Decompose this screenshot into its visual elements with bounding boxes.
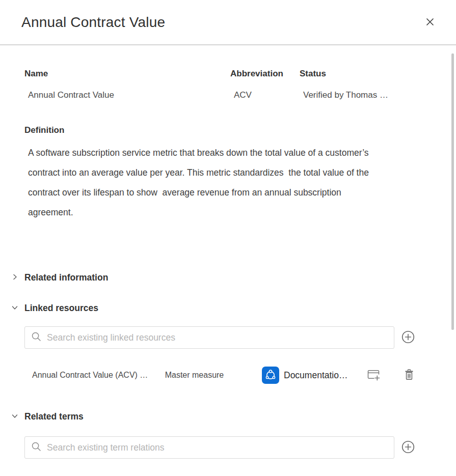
definition-line: contract into an average value per year.… — [28, 163, 415, 183]
definition-text: A software subscription service metric t… — [24, 143, 415, 222]
field-abbreviation: Abbreviation ACV — [230, 69, 300, 100]
field-status-label: Status — [300, 69, 415, 79]
linked-resources-search-box — [24, 326, 394, 349]
add-term-relation-button[interactable] — [401, 440, 415, 455]
chevron-down-icon — [11, 412, 18, 419]
search-icon — [31, 331, 42, 344]
vertical-scrollbar-thumb[interactable] — [451, 53, 454, 330]
linked-resources-search-row — [24, 326, 415, 349]
modal-header: Annual Contract Value — [0, 0, 456, 45]
modal-body: Name Annual Contract Value Abbreviation … — [0, 69, 440, 459]
delete-resource-button[interactable] — [403, 369, 415, 382]
section-linked-resources-label: Linked resources — [24, 303, 98, 314]
definition-label: Definition — [24, 125, 415, 136]
definition-line: A software subscription service metric t… — [28, 143, 415, 163]
open-in-new-window-button[interactable] — [366, 368, 381, 382]
section-linked-resources-toggle[interactable]: Linked resources — [11, 302, 415, 314]
linked-resource-row: Annual Contract Value (ACV) … Master mea… — [24, 364, 415, 386]
related-terms-search-row — [24, 436, 415, 459]
plus-circle-icon — [401, 440, 415, 456]
field-status-value: Verified by Thomas … — [300, 90, 415, 100]
related-terms-search-box — [24, 436, 394, 459]
window-plus-icon — [366, 368, 381, 383]
close-icon — [424, 16, 436, 29]
term-detail-modal: Annual Contract Value Name Annual Contra… — [0, 0, 456, 476]
definition-line: agreement. — [28, 203, 415, 222]
definition-line: contract over its lifespan to show avera… — [28, 183, 415, 203]
plus-circle-icon — [401, 330, 415, 346]
resource-type: Master measure — [165, 371, 232, 380]
section-related-information-label: Related information — [24, 272, 108, 283]
app-badge-icon — [262, 367, 279, 384]
add-linked-resource-button[interactable] — [401, 330, 415, 345]
trash-icon — [403, 368, 415, 383]
resource-name: Annual Contract Value (ACV) … — [24, 371, 165, 380]
section-related-terms-toggle[interactable]: Related terms — [11, 410, 415, 423]
definition-section: Definition A software subscription servi… — [24, 125, 415, 222]
term-fields: Name Annual Contract Value Abbreviation … — [24, 69, 415, 100]
linked-resources-search-input[interactable] — [47, 327, 388, 348]
field-name: Name Annual Contract Value — [24, 69, 230, 100]
search-icon — [31, 441, 42, 454]
field-status: Status Verified by Thomas … — [300, 69, 415, 100]
chevron-right-icon — [11, 273, 18, 281]
field-abbreviation-label: Abbreviation — [230, 69, 300, 79]
chevron-down-icon — [11, 304, 18, 311]
page-title: Annual Contract Value — [21, 14, 421, 31]
field-name-label: Name — [24, 69, 230, 79]
field-abbreviation-value: ACV — [230, 90, 300, 100]
field-name-value: Annual Contract Value — [24, 90, 230, 100]
resource-app-link[interactable]: Documentatio… — [262, 367, 359, 384]
close-button[interactable] — [421, 14, 439, 32]
section-related-information-toggle[interactable]: Related information — [11, 271, 415, 284]
section-related-terms-label: Related terms — [24, 411, 84, 422]
related-terms-search-input[interactable] — [47, 437, 388, 458]
resource-app-name: Documentatio… — [284, 370, 359, 381]
